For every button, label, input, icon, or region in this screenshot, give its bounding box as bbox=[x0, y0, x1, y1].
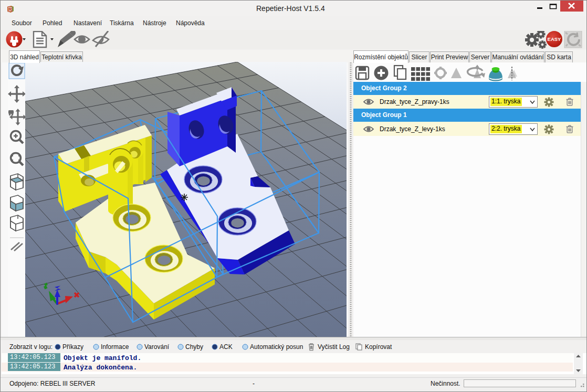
svg-text:R: R bbox=[8, 7, 12, 12]
svg-text:EASY: EASY bbox=[548, 36, 562, 42]
